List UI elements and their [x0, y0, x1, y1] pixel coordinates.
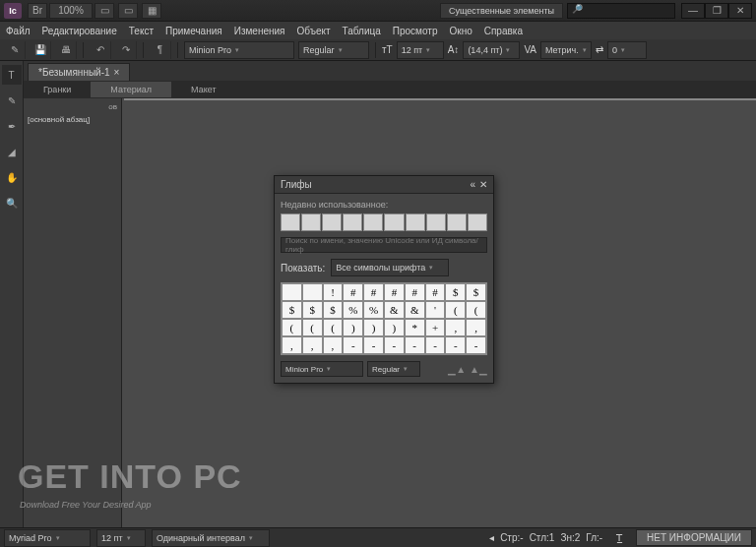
- close-tab-icon[interactable]: ×: [114, 67, 120, 78]
- undo-button[interactable]: ↶: [90, 41, 111, 59]
- menu-help[interactable]: Справка: [484, 26, 523, 36]
- zoom-out-icon[interactable]: ▁▲: [448, 364, 466, 375]
- kerning-combo[interactable]: Метрич.: [540, 41, 592, 59]
- glyph-search-input[interactable]: Поиск по имени, значению Unicode или ИД …: [281, 237, 487, 253]
- paragraph-style-item[interactable]: [основной абзац]: [28, 115, 117, 124]
- subtab-galley[interactable]: Гранки: [24, 82, 91, 97]
- menu-view[interactable]: Просмотр: [393, 26, 438, 36]
- glyph-cell[interactable]: [302, 283, 323, 301]
- glyph-cell[interactable]: #: [425, 283, 446, 301]
- glyph-cell[interactable]: $: [302, 301, 323, 319]
- font-family-combo[interactable]: Minion Pro: [184, 41, 294, 59]
- hand-tool[interactable]: ✋: [2, 167, 22, 187]
- menu-file[interactable]: Файл: [6, 26, 31, 36]
- glyph-cell[interactable]: #: [343, 283, 363, 301]
- glyph-cell[interactable]: -: [405, 336, 425, 354]
- glyph-cell[interactable]: &: [405, 301, 425, 319]
- eyedropper-tool[interactable]: ✒: [2, 116, 22, 136]
- glyph-cell[interactable]: -: [343, 336, 363, 354]
- recent-glyph-cell[interactable]: [468, 213, 487, 231]
- recent-glyph-cell[interactable]: [322, 213, 342, 231]
- menu-edit[interactable]: Редактирование: [42, 26, 117, 36]
- glyph-cell[interactable]: (: [445, 301, 466, 319]
- status-info[interactable]: НЕТ ИНФОРМАЦИИ: [636, 529, 752, 546]
- glyph-cell[interactable]: ,: [466, 319, 486, 336]
- glyph-cell[interactable]: -: [363, 336, 384, 354]
- glyph-cell[interactable]: -: [384, 336, 405, 354]
- bridge-button[interactable]: Br: [28, 3, 47, 19]
- glyph-cell[interactable]: ,: [445, 319, 466, 336]
- glyph-cell[interactable]: $: [466, 283, 486, 301]
- redo-button[interactable]: ↷: [115, 41, 137, 59]
- view-mode-button-1[interactable]: ▭: [94, 3, 114, 19]
- menu-object[interactable]: Объект: [297, 26, 331, 36]
- glyph-cell[interactable]: #: [405, 283, 425, 301]
- type-tool[interactable]: T: [2, 65, 22, 85]
- glyph-cell[interactable]: ': [425, 301, 446, 319]
- status-size-combo[interactable]: 12 пт: [96, 529, 146, 547]
- glyph-cell[interactable]: +: [425, 319, 446, 336]
- print-button[interactable]: 🖶: [55, 41, 77, 59]
- status-font-combo[interactable]: Myriad Pro: [4, 529, 91, 547]
- note-button[interactable]: ✎: [4, 41, 26, 59]
- glyph-cell[interactable]: ,: [282, 336, 302, 354]
- glyph-cell[interactable]: #: [363, 283, 384, 301]
- glyph-cell[interactable]: [282, 283, 302, 301]
- measure-tool[interactable]: ◢: [2, 142, 22, 161]
- recent-glyph-cell[interactable]: [363, 213, 383, 231]
- menu-notes[interactable]: Примечания: [165, 26, 222, 36]
- glyph-cell[interactable]: -: [466, 336, 486, 354]
- glyph-cell[interactable]: ,: [302, 336, 323, 354]
- pilcrow-button[interactable]: ¶: [150, 41, 171, 59]
- glyph-cell[interactable]: (: [323, 319, 344, 336]
- zoom-in-icon[interactable]: ▲▁: [470, 364, 487, 375]
- tracking-combo[interactable]: 0: [607, 41, 647, 59]
- menu-window[interactable]: Окно: [449, 26, 472, 36]
- zoom-dropdown[interactable]: 100%: [49, 3, 93, 19]
- glyph-cell[interactable]: &: [384, 301, 405, 319]
- glyph-cell[interactable]: -: [445, 336, 466, 354]
- glyph-cell[interactable]: *: [405, 319, 425, 336]
- recent-glyph-cell[interactable]: [301, 213, 321, 231]
- subtab-story[interactable]: Материал: [91, 82, 171, 97]
- arrange-docs-button[interactable]: ▦: [142, 3, 161, 19]
- minimize-button[interactable]: —: [681, 3, 705, 19]
- glyph-cell[interactable]: -: [425, 336, 446, 354]
- subtab-layout[interactable]: Макет: [171, 82, 235, 97]
- panel-close-icon[interactable]: ✕: [479, 179, 487, 190]
- note-tool[interactable]: ✎: [2, 91, 22, 110]
- document-tab[interactable]: *Безымянный-1 ×: [28, 63, 130, 81]
- recent-glyph-cell[interactable]: [281, 213, 300, 231]
- show-filter-combo[interactable]: Все символы шрифта: [331, 259, 449, 276]
- glyph-cell[interactable]: %: [363, 301, 384, 319]
- font-size-combo[interactable]: 12 пт: [397, 41, 444, 59]
- glyph-cell[interactable]: $: [282, 301, 302, 319]
- recent-glyph-cell[interactable]: [384, 213, 404, 231]
- glyph-cell[interactable]: !: [323, 283, 344, 301]
- glyph-cell[interactable]: ): [363, 319, 384, 336]
- glyph-cell[interactable]: $: [445, 283, 466, 301]
- recent-glyph-cell[interactable]: [447, 213, 467, 231]
- panel-collapse-icon[interactable]: «: [470, 179, 475, 190]
- workspace-dropdown[interactable]: Существенные элементы: [440, 3, 563, 19]
- glyph-cell[interactable]: (: [282, 319, 302, 336]
- zoom-tool[interactable]: 🔍: [2, 193, 22, 213]
- recent-glyph-cell[interactable]: [343, 213, 362, 231]
- glyph-cell[interactable]: (: [466, 301, 486, 319]
- glyph-cell[interactable]: $: [323, 301, 344, 319]
- view-mode-button-2[interactable]: ▭: [118, 3, 138, 19]
- recent-glyph-cell[interactable]: [406, 213, 425, 231]
- maximize-button[interactable]: ❐: [705, 3, 728, 19]
- glyph-cell[interactable]: ): [343, 319, 363, 336]
- save-button[interactable]: 💾: [30, 41, 51, 59]
- glyph-style-combo[interactable]: Regular: [367, 361, 420, 377]
- glyph-cell[interactable]: (: [302, 319, 323, 336]
- help-search-input[interactable]: 🔎: [567, 3, 675, 19]
- leading-combo[interactable]: (14,4 пт): [463, 41, 520, 59]
- recent-glyph-cell[interactable]: [426, 213, 446, 231]
- menu-text[interactable]: Текст: [129, 26, 154, 36]
- menu-table[interactable]: Таблица: [343, 26, 381, 36]
- glyph-cell[interactable]: %: [343, 301, 363, 319]
- glyphs-panel-titlebar[interactable]: Глифы « ✕: [275, 176, 493, 194]
- glyph-cell[interactable]: ): [384, 319, 405, 336]
